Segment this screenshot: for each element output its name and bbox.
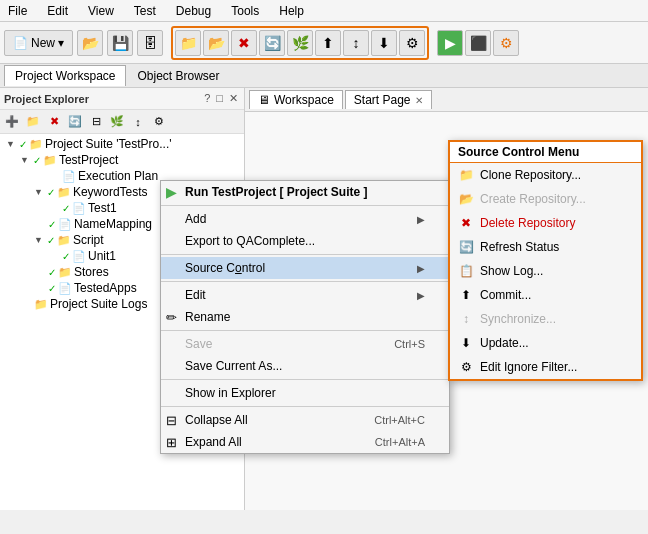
sc-clone-icon: 📁 — [458, 167, 474, 183]
new-button[interactable]: 📄 New ▾ — [4, 30, 73, 56]
tree-check-icon: ✓ — [62, 251, 70, 262]
ctx-edit[interactable]: Edit ▶ — [161, 284, 449, 306]
sc-update[interactable]: ⬇ Update... — [450, 331, 641, 355]
folder-icon: 📁 — [57, 186, 71, 199]
sc-delete-label: Delete Repository — [480, 216, 575, 230]
tree-check-icon: ✓ — [48, 219, 56, 230]
ctx-collapse-all[interactable]: ⊟ Collapse All Ctrl+Alt+C — [161, 409, 449, 431]
ex-settings-btn[interactable]: ⚙ — [149, 113, 169, 131]
sc-ignore-icon: ⚙ — [458, 359, 474, 375]
tree-check-icon: ✓ — [47, 187, 55, 198]
explorer-close-btn[interactable]: ✕ — [227, 92, 240, 105]
ctx-sc-arrow: ▶ — [417, 263, 425, 274]
tree-item[interactable]: ▼✓📁 TestProject — [0, 152, 244, 168]
sc-create-label: Create Repository... — [480, 192, 586, 206]
sc-update-icon: ⬇ — [458, 335, 474, 351]
ctx-show-explorer[interactable]: Show in Explorer — [161, 382, 449, 404]
sc-sync-icon: ↕ — [458, 311, 474, 327]
sc-btn-9[interactable]: ⚙ — [399, 30, 425, 56]
sc-btn-6[interactable]: ⬆ — [315, 30, 341, 56]
toolbar-save-btn[interactable]: 💾 — [107, 30, 133, 56]
folder-icon: 📁 — [57, 234, 71, 247]
toolbar-step-btn[interactable]: ⚙ — [493, 30, 519, 56]
ex-collapse-btn[interactable]: ⊟ — [86, 113, 106, 131]
tree-item-label: KeywordTests — [73, 185, 148, 199]
tree-item-label: Stores — [74, 265, 109, 279]
folder-icon: 📁 — [29, 138, 43, 151]
ctx-run-label: Run TestProject [ Project Suite ] — [185, 185, 367, 199]
menu-file[interactable]: File — [4, 2, 31, 20]
tree-item-label: Unit1 — [88, 249, 116, 263]
menu-help[interactable]: Help — [275, 2, 308, 20]
sc-ignore[interactable]: ⚙ Edit Ignore Filter... — [450, 355, 641, 379]
sc-btn-8[interactable]: ⬇ — [371, 30, 397, 56]
ex-branch-btn[interactable]: 🌿 — [107, 113, 127, 131]
workspace-tab-label: Workspace — [274, 93, 334, 107]
ctx-save-as[interactable]: Save Current As... — [161, 355, 449, 377]
tree-item[interactable]: ▼✓📁 Project Suite 'TestPro...' — [0, 136, 244, 152]
toolbar-save-all-btn[interactable]: 🗄 — [137, 30, 163, 56]
tree-item-label: Test1 — [88, 201, 117, 215]
menu-debug[interactable]: Debug — [172, 2, 215, 20]
ctx-expand-all[interactable]: ⊞ Expand All Ctrl+Alt+A — [161, 431, 449, 453]
sc-clone[interactable]: 📁 Clone Repository... — [450, 163, 641, 187]
startpage-close-btn[interactable]: ✕ — [415, 95, 423, 106]
tab-object-browser[interactable]: Object Browser — [126, 65, 230, 86]
run-toolbar: ▶ ⬛ ⚙ — [437, 30, 519, 56]
workspace-tabbar: 🖥 Workspace Start Page ✕ — [245, 88, 648, 112]
explorer-pin-btn[interactable]: □ — [214, 92, 225, 105]
ex-refresh-btn[interactable]: 🔄 — [65, 113, 85, 131]
sc-btn-5[interactable]: 🌿 — [287, 30, 313, 56]
sc-delete[interactable]: ✖ Delete Repository — [450, 211, 641, 235]
tree-check-icon: ✓ — [48, 267, 56, 278]
tree-expand-arrow[interactable]: ▼ — [34, 235, 43, 245]
folder-icon: 📁 — [34, 298, 48, 311]
ctx-rename[interactable]: ✏ Rename — [161, 306, 449, 328]
ctx-sep-3 — [161, 281, 449, 282]
ex-add-folder-btn[interactable]: 📁 — [23, 113, 43, 131]
sc-show-log[interactable]: 📋 Show Log... — [450, 259, 641, 283]
ctx-export[interactable]: Export to QAComplete... — [161, 230, 449, 252]
sc-btn-4[interactable]: 🔄 — [259, 30, 285, 56]
tab-project-workspace[interactable]: Project Workspace — [4, 65, 126, 86]
sc-commit[interactable]: ⬆ Commit... — [450, 283, 641, 307]
sc-submenu-title: Source Control Menu — [450, 142, 641, 163]
tree-expand-arrow[interactable]: ▼ — [20, 155, 29, 165]
sc-create: 📂 Create Repository... — [450, 187, 641, 211]
sc-refresh-label: Refresh Status — [480, 240, 559, 254]
toolbar-run-btn[interactable]: ▶ — [437, 30, 463, 56]
ctx-sc-label: Source Control — [185, 261, 265, 275]
workspace-tab-workspace[interactable]: 🖥 Workspace — [249, 90, 343, 109]
tree-expand-arrow[interactable]: ▼ — [34, 187, 43, 197]
ctx-source-control[interactable]: Source Control ▶ — [161, 257, 449, 279]
sc-btn-3[interactable]: ✖ — [231, 30, 257, 56]
workspace-tab-startpage[interactable]: Start Page ✕ — [345, 90, 432, 109]
menu-edit[interactable]: Edit — [43, 2, 72, 20]
tree-expand-arrow[interactable]: ▼ — [6, 139, 15, 149]
sc-btn-1[interactable]: 📁 — [175, 30, 201, 56]
sc-btn-7[interactable]: ↕ — [343, 30, 369, 56]
explorer-help-btn[interactable]: ? — [202, 92, 212, 105]
menu-tools[interactable]: Tools — [227, 2, 263, 20]
tree-item-label: NameMapping — [74, 217, 152, 231]
sc-btn-2[interactable]: 📂 — [203, 30, 229, 56]
ex-remove-btn[interactable]: ✖ — [44, 113, 64, 131]
file-icon: 📄 — [62, 170, 76, 183]
tree-item-label: TestProject — [59, 153, 118, 167]
ctx-save: Save Ctrl+S — [161, 333, 449, 355]
toolbar-stop-btn[interactable]: ⬛ — [465, 30, 491, 56]
ctx-add[interactable]: Add ▶ — [161, 208, 449, 230]
ex-add-btn[interactable]: ➕ — [2, 113, 22, 131]
tree-check-icon: ✓ — [48, 283, 56, 294]
tab-project-workspace-label: Project Workspace — [15, 69, 115, 83]
tree-check-icon: ✓ — [33, 155, 41, 166]
tab-object-browser-label: Object Browser — [137, 69, 219, 83]
sc-refresh[interactable]: 🔄 Refresh Status — [450, 235, 641, 259]
ctx-run[interactable]: ▶ Run TestProject [ Project Suite ] — [161, 181, 449, 203]
menu-test[interactable]: Test — [130, 2, 160, 20]
ex-sync-btn[interactable]: ↕ — [128, 113, 148, 131]
menu-view[interactable]: View — [84, 2, 118, 20]
explorer-title: Project Explorer — [4, 93, 89, 105]
source-control-toolbar-box: Source Control Toolbar 📁 📂 ✖ 🔄 🌿 ⬆ ↕ ⬇ ⚙ — [171, 26, 429, 60]
toolbar-open-btn[interactable]: 📂 — [77, 30, 103, 56]
